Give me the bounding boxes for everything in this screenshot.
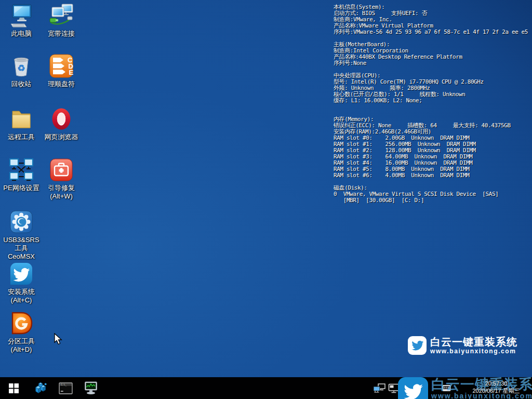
system-info-memory: 内存(Memory): 错误纠正(ECC): None 插槽数: 64 最大支持…	[334, 116, 528, 179]
taskbar-clock[interactable]: 20:57:30 2020/06/17 星期三	[467, 380, 526, 394]
clock-date: 2020/06/17 星期三	[467, 387, 526, 394]
desktop: 此电脑 宽带连接 ♻	[0, 0, 532, 399]
desktop-icon-label: 回收站	[1, 80, 42, 88]
desktop-icon-remote-tools[interactable]: 远程工具	[1, 107, 42, 141]
blue-cubes-icon	[34, 381, 48, 395]
desktop-icon-label: 引导修复 (Alt+W)	[41, 184, 82, 201]
desktop-icon-web-browser[interactable]: 网页浏览器	[41, 107, 82, 141]
start-button[interactable]	[2, 377, 25, 399]
desktop-icon-label: 理顺盘符	[41, 80, 82, 88]
recycle-bin-icon: ♻	[9, 54, 34, 78]
windows-logo-icon	[9, 383, 19, 393]
desktop-icon-pe-network[interactable]: PE网络设置	[1, 157, 42, 192]
desktop-icon-label: 网页浏览器	[41, 133, 82, 141]
drive-letters-cde-icon: C D E	[49, 54, 74, 78]
desktop-icon-label: 分区工具 (Alt+D)	[1, 337, 42, 354]
tray-network-icon[interactable]	[372, 377, 387, 399]
bird-app-icon	[9, 261, 34, 286]
system-info-panel: 本机信息(System): 启动方式: BIOS 支持UEFI: 否 制造商:V…	[334, 4, 528, 204]
desktop-icon-usb3-srs-tool[interactable]: USB3&SRS 工具CeoMSX	[1, 209, 42, 261]
watermark-title: 白云一键重装系统	[430, 336, 517, 348]
brand-bird-logo-icon	[408, 336, 427, 355]
desktop-icon-drive-letters[interactable]: C D E 理顺盘符	[41, 54, 82, 88]
desktop-icon-label: PE网络设置	[1, 184, 42, 192]
first-aid-kit-icon	[49, 157, 74, 182]
system-info-disk: 磁盘(Disk): 0 VMware, VMware Virtual S SCS…	[334, 185, 528, 204]
watermark-url: www.baiyunxitong.com	[430, 348, 517, 355]
cmd-window-icon: C:\_	[59, 382, 73, 394]
gear-swirl-icon	[9, 209, 34, 234]
opera-browser-icon	[49, 107, 74, 131]
computer-icon	[9, 3, 34, 28]
registry-cubes-app-button[interactable]	[29, 377, 52, 399]
desktop-icon-broadband[interactable]: 宽带连接	[41, 3, 82, 38]
desktop-icon-install-system[interactable]: 安装系统 (Alt+C)	[1, 261, 42, 304]
brand-watermark: 白云一键重装系统 www.baiyunxitong.com	[408, 336, 517, 355]
svg-text:E: E	[69, 69, 74, 76]
desktop-icon-label: 宽带连接	[41, 30, 82, 38]
desktop-icon-boot-repair[interactable]: 引导修复 (Alt+W)	[41, 157, 82, 201]
desktop-icon-recycle-bin[interactable]: ♻ 回收站	[1, 54, 42, 88]
svg-text:♻: ♻	[17, 63, 25, 73]
command-prompt-app-button[interactable]: C:\_	[54, 377, 77, 399]
desktop-icon-partition-tool[interactable]: 分区工具 (Alt+D)	[1, 311, 42, 354]
system-info-system: 本机信息(System): 启动方式: BIOS 支持UEFI: 否 制造商:V…	[334, 4, 528, 35]
network-nodes-icon	[9, 157, 34, 182]
desktop-icon-this-pc[interactable]: 此电脑	[1, 3, 42, 38]
desktop-icon-label: 此电脑	[1, 30, 42, 38]
folder-icon	[9, 107, 34, 131]
task-manager-app-button[interactable]	[80, 377, 103, 399]
desktop-icon-label: 远程工具	[1, 133, 42, 141]
brand-bird-logo-icon	[398, 377, 428, 399]
monitor-activity-icon	[84, 381, 99, 395]
system-info-cpu: 中央处理器(CPU): 型号: Intel(R) Core(TM) i7-770…	[334, 73, 528, 104]
broadband-connection-icon	[49, 3, 74, 28]
diskgenius-icon	[9, 311, 34, 336]
system-info-motherboard: 主板(MotherBoard): 制造商:Intel Corporation 产…	[334, 42, 528, 66]
desktop-icon-label: USB3&SRS 工具CeoMSX	[1, 236, 42, 261]
clock-time: 20:57:30	[467, 380, 526, 387]
mouse-cursor	[54, 333, 64, 348]
desktop-icon-label: 安装系统 (Alt+C)	[1, 288, 42, 304]
